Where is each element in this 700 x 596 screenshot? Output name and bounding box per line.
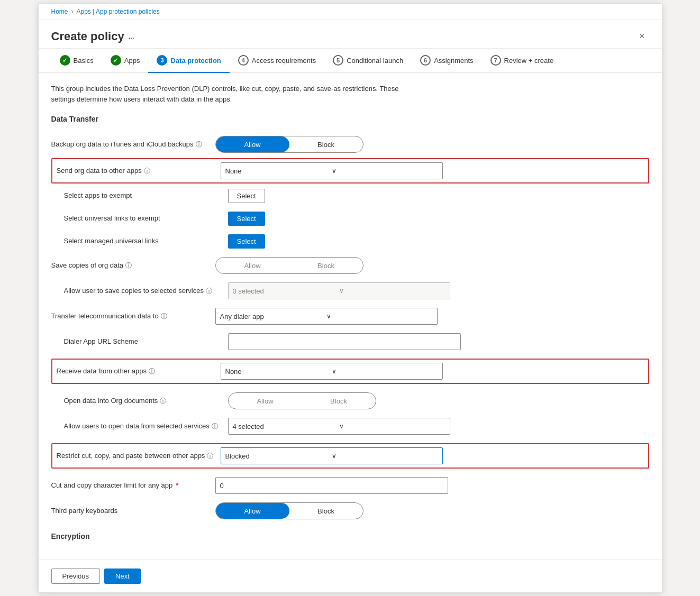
allow-open-data-dropdown[interactable]: 4 selected ∨ (228, 418, 450, 435)
restrict-cut-copy-chevron-icon: ∨ (332, 452, 438, 460)
select-apps-exempt-label: Select apps to exempt (64, 191, 228, 200)
data-transfer-heading: Data Transfer (51, 115, 649, 123)
tab-conditional-num: 5 (333, 55, 343, 66)
allow-user-save-info-icon[interactable]: ⓘ (206, 287, 212, 296)
send-org-dropdown-container: None ∨ (221, 162, 453, 179)
dialer-url-row: Dialer App URL Scheme (51, 329, 649, 354)
tab-conditional-label: Conditional launch (347, 57, 403, 65)
tab-access-requirements[interactable]: 4 Access requirements (230, 49, 324, 73)
breadcrumb: Home › Apps | App protection policies (39, 4, 662, 20)
allow-user-save-chevron-icon: ∨ (339, 287, 446, 295)
tab-bar: Basics Apps 3 Data protection 4 Access r… (39, 49, 662, 73)
select-managed-universal-row: Select managed universal links Select (51, 230, 649, 253)
content-area: This group includes the Data Loss Preven… (39, 73, 662, 560)
char-limit-required: * (176, 481, 178, 490)
restrict-cut-copy-info-icon[interactable]: ⓘ (207, 452, 213, 461)
tab-data-protection[interactable]: 3 Data protection (148, 49, 229, 73)
send-org-info-icon[interactable]: ⓘ (144, 167, 150, 176)
tab-review-num: 7 (490, 55, 501, 66)
previous-button[interactable]: Previous (51, 569, 101, 584)
restrict-cut-copy-label: Restrict cut, copy, and paste between ot… (57, 451, 221, 461)
select-universal-links-control: Select (228, 212, 461, 226)
open-data-org-row: Open data into Org documents ⓘ Allow Blo… (51, 388, 649, 414)
send-org-dropdown-value: None (225, 167, 332, 175)
dialog-ellipsis: ... (129, 32, 134, 40)
save-copies-block-btn[interactable]: Block (289, 258, 363, 273)
tab-basics[interactable]: Basics (51, 49, 102, 73)
char-limit-input-container (215, 477, 448, 494)
save-copies-toggle: Allow Block (215, 257, 363, 274)
allow-user-save-row: Allow user to save copies to selected se… (51, 278, 649, 304)
third-party-toggle: Allow Block (215, 502, 363, 519)
save-copies-label: Save copies of org data ⓘ (51, 261, 215, 270)
allow-user-save-dropdown[interactable]: 0 selected ∨ (228, 282, 450, 299)
save-copies-allow-btn[interactable]: Allow (216, 258, 289, 273)
select-managed-universal-control: Select (228, 234, 461, 249)
allow-user-save-value: 0 selected (233, 287, 339, 295)
tab-conditional-launch[interactable]: 5 Conditional launch (324, 49, 412, 73)
allow-open-data-label: Allow users to open data from selected s… (64, 421, 228, 431)
select-apps-exempt-row: Select apps to exempt Select (51, 185, 649, 207)
send-org-data-row: Send org data to other apps ⓘ None ∨ (51, 158, 649, 184)
select-apps-exempt-btn[interactable]: Select (228, 189, 265, 203)
save-copies-info-icon[interactable]: ⓘ (125, 261, 132, 270)
send-org-dropdown[interactable]: None ∨ (221, 162, 443, 179)
char-limit-input[interactable] (215, 477, 448, 494)
receive-data-value: None (225, 368, 332, 375)
dialer-url-input[interactable] (228, 333, 461, 350)
transfer-telecom-dropdown[interactable]: Any dialer app ∨ (215, 308, 438, 325)
backup-info-icon[interactable]: ⓘ (196, 140, 202, 149)
char-limit-row: Cut and copy character limit for any app… (51, 473, 649, 498)
open-data-toggle: Allow Block (228, 392, 376, 409)
open-data-block-btn[interactable]: Block (302, 393, 376, 409)
breadcrumb-apps[interactable]: Apps | App protection policies (77, 8, 160, 15)
dialog-header: Create policy ... × (39, 20, 662, 49)
third-party-block-btn[interactable]: Block (289, 503, 363, 519)
select-managed-universal-label: Select managed universal links (64, 236, 228, 246)
tab-apps-check (111, 55, 121, 66)
restrict-cut-copy-dropdown[interactable]: Blocked ∨ (221, 447, 443, 464)
select-universal-links-btn[interactable]: Select (228, 212, 265, 226)
backup-block-btn[interactable]: Block (289, 136, 363, 152)
dialer-url-label: Dialer App URL Scheme (64, 337, 228, 346)
third-party-allow-btn[interactable]: Allow (216, 503, 289, 519)
backup-allow-btn[interactable]: Allow (216, 136, 289, 152)
receive-data-chevron-icon: ∨ (332, 368, 438, 375)
tab-data-protection-label: Data protection (170, 57, 221, 65)
next-button[interactable]: Next (104, 569, 141, 584)
transfer-telecom-info-icon[interactable]: ⓘ (161, 312, 167, 321)
receive-data-row: Receive data from other apps ⓘ None ∨ (51, 359, 649, 384)
transfer-telecom-label: Transfer telecommunication data to ⓘ (51, 311, 215, 321)
send-org-data-label: Send org data to other apps ⓘ (57, 166, 221, 176)
tab-basics-label: Basics (74, 57, 94, 65)
open-data-allow-btn[interactable]: Allow (229, 393, 302, 409)
select-managed-universal-btn[interactable]: Select (228, 234, 265, 249)
close-button[interactable]: × (635, 29, 649, 44)
tab-basics-check (60, 55, 70, 66)
transfer-telecom-dropdown-container: Any dialer app ∨ (215, 308, 448, 325)
receive-data-info-icon[interactable]: ⓘ (149, 367, 155, 376)
allow-open-data-value: 4 selected (233, 423, 339, 430)
receive-data-dropdown-container: None ∨ (221, 363, 453, 380)
tab-review-create[interactable]: 7 Review + create (482, 49, 562, 73)
allow-open-data-info-icon[interactable]: ⓘ (212, 422, 218, 431)
backup-org-data-row: Backup org data to iTunes and iCloud bac… (51, 132, 649, 157)
breadcrumb-home[interactable]: Home (51, 8, 68, 15)
dialer-url-input-container (228, 333, 461, 350)
tab-assignments-label: Assignments (434, 57, 473, 65)
allow-user-save-label: Allow user to save copies to selected se… (64, 286, 228, 296)
select-universal-links-label: Select universal links to exempt (64, 214, 228, 223)
third-party-keyboards-row: Third party keyboards Allow Block (51, 498, 649, 524)
open-data-org-label: Open data into Org documents ⓘ (64, 396, 228, 406)
tab-review-label: Review + create (504, 57, 554, 65)
tab-assignments-num: 6 (420, 55, 431, 66)
tab-assignments[interactable]: 6 Assignments (412, 49, 481, 73)
restrict-cut-copy-value: Blocked (225, 452, 332, 460)
receive-data-dropdown[interactable]: None ∨ (221, 363, 443, 380)
tab-data-protection-num: 3 (157, 55, 167, 66)
tab-apps[interactable]: Apps (102, 49, 149, 73)
restrict-cut-copy-row: Restrict cut, copy, and paste between ot… (51, 443, 649, 469)
transfer-telecom-value: Any dialer app (220, 313, 326, 320)
open-data-toggle-container: Allow Block (228, 392, 461, 409)
open-data-info-icon[interactable]: ⓘ (160, 397, 166, 406)
